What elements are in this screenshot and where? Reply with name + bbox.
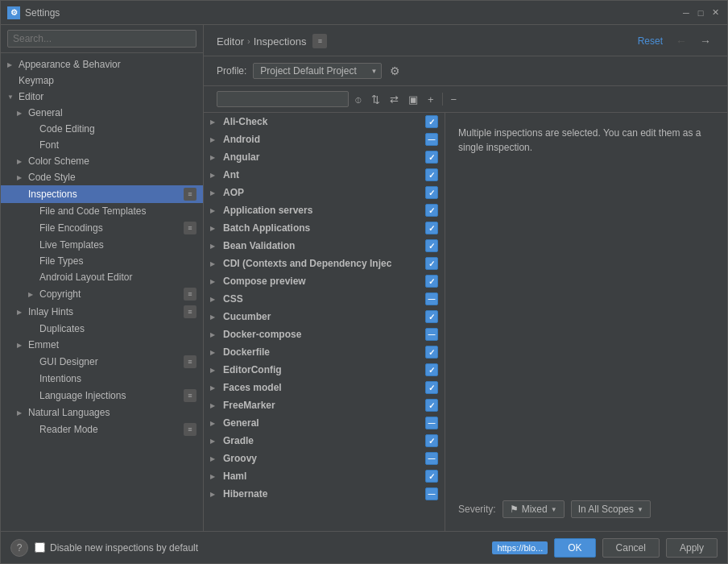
inspection-checkbox[interactable] [425,222,438,234]
inspection-name: CDI (Contexts and Dependency Injec [220,258,425,269]
tree-arrow: ▶ [28,291,39,298]
sidebar-item-appearance[interactable]: ▶Appearance & Behavior [1,56,203,73]
sidebar-item-code-style[interactable]: ▶Code Style [1,169,203,185]
sidebar-item-duplicates[interactable]: Duplicates [1,321,203,337]
expand-all-button[interactable]: ⇅ [368,92,383,107]
inspection-row[interactable]: ▶Groovy [204,450,445,467]
cancel-button[interactable]: Cancel [602,538,660,558]
inspection-checkbox[interactable] [425,434,438,447]
inspection-row[interactable]: ▶Gradle [204,432,445,450]
tree-item-label: Reader Mode [39,424,184,435]
sidebar-item-live-templates[interactable]: Live Templates [1,237,203,253]
disable-inspections-checkbox[interactable] [35,542,45,553]
inspection-checkbox[interactable] [425,186,438,199]
inspection-checkbox[interactable] [425,275,438,288]
inspection-row[interactable]: ▶Batch Applications [204,219,445,237]
sidebar-item-inspections[interactable]: Inspections≡ [1,185,203,203]
inspection-row[interactable]: ▶Ant [204,166,445,184]
maximize-button[interactable]: □ [695,7,706,19]
help-button[interactable]: ? [10,539,28,557]
sidebar-item-copyright[interactable]: ▶Copyright≡ [1,285,203,303]
nav-forward-button[interactable]: → [697,33,714,49]
inspection-checkbox[interactable] [425,292,438,305]
inspection-checkbox[interactable] [425,257,438,270]
add-inspection-button[interactable]: + [424,92,437,107]
profile-select[interactable]: Project Default Project Default [253,63,382,79]
sidebar-item-natural-languages[interactable]: ▶Natural Languages [1,404,203,421]
severity-dropdown[interactable]: ⚑ Mixed ▼ [503,500,565,518]
inspection-row[interactable]: ▶CSS [204,290,445,308]
sidebar-item-code-editing[interactable]: Code Editing [1,121,203,137]
sidebar-item-gui-designer[interactable]: GUI Designer≡ [1,353,203,371]
inspection-row[interactable]: ▶CDI (Contexts and Dependency Injec [204,255,445,272]
sidebar-item-keymap[interactable]: Keymap [1,73,203,89]
inspection-row[interactable]: ▶Compose preview [204,272,445,290]
inspection-checkbox[interactable] [425,470,438,483]
inspection-checkbox[interactable] [425,204,438,217]
sidebar-item-file-encodings[interactable]: File Encodings≡ [1,219,203,237]
inspection-checkbox[interactable] [425,168,438,181]
reset-button[interactable]: Reset [635,34,666,48]
inspection-name: CSS [220,293,425,305]
apply-button[interactable]: Apply [666,538,718,558]
minimize-button[interactable]: ─ [680,7,692,19]
sidebar-item-intentions[interactable]: Intentions [1,371,203,387]
inspection-row[interactable]: ▶General [204,414,445,432]
inspection-checkbox[interactable] [425,363,438,376]
sidebar-item-general[interactable]: ▶General [1,105,203,121]
inspection-row[interactable]: ▶Faces model [204,379,445,396]
disable-inspections-label: Disable new inspections by default [50,542,198,554]
nav-back-button[interactable]: ← [672,33,690,49]
sidebar-item-language-injections[interactable]: Language Injections≡ [1,387,203,404]
scope-dropdown[interactable]: In All Scopes ▼ [571,500,651,518]
sidebar: ▶Appearance & BehaviorKeymap▼Editor▶Gene… [1,25,204,531]
sidebar-item-color-scheme[interactable]: ▶Color Scheme [1,153,203,169]
inspection-row[interactable]: ▶Bean Validation [204,237,445,255]
inspection-row[interactable]: ▶Cucumber [204,308,445,326]
inspection-row[interactable]: ▶Angular [204,148,445,166]
remove-inspection-button[interactable]: − [448,92,461,107]
sidebar-item-inlay-hints[interactable]: ▶Inlay Hints≡ [1,303,203,321]
sidebar-item-file-types[interactable]: File Types [1,253,203,269]
sidebar-item-file-code-templates[interactable]: File and Code Templates [1,203,203,219]
inspection-checkbox[interactable] [425,239,438,252]
inspection-row[interactable]: ▶Android [204,131,445,148]
inspection-row[interactable]: ▶Haml [204,467,445,485]
sidebar-item-editor[interactable]: ▼Editor [1,89,203,105]
sidebar-search-container [1,25,203,53]
inspection-checkbox[interactable] [425,310,438,323]
sidebar-search-input[interactable] [7,30,196,48]
sidebar-item-reader-mode[interactable]: Reader Mode≡ [1,421,203,438]
inspection-row[interactable]: ▶Dockerfile [204,343,445,361]
inspection-row[interactable]: ▶AOP [204,184,445,201]
inspection-row[interactable]: ▶EditorConfig [204,361,445,379]
inspection-checkbox[interactable] [425,133,438,146]
inspection-checkbox[interactable] [425,328,438,341]
inspection-checkbox[interactable] [425,417,438,429]
inspection-checkbox[interactable] [425,487,438,500]
inspection-row[interactable]: ▶Ali-Check [204,113,445,131]
tree-item-badge: ≡ [184,305,196,318]
ok-button[interactable]: OK [554,538,595,558]
inspection-checkbox[interactable] [425,346,438,359]
sidebar-item-android-layout[interactable]: Android Layout Editor [1,269,203,285]
inspection-row[interactable]: ▶Docker-compose [204,326,445,343]
inspection-name: Ant [220,169,425,180]
inspection-checkbox[interactable] [425,452,438,465]
sidebar-item-emmet[interactable]: ▶Emmet [1,337,203,353]
inspections-search-input[interactable] [217,91,349,107]
inspection-row[interactable]: ▶Hibernate [204,485,445,503]
close-button[interactable]: ✕ [709,7,721,19]
inspection-row[interactable]: ▶Application servers [204,201,445,219]
collapse-all-button[interactable]: ⇄ [387,92,402,107]
inspection-arrow: ▶ [210,278,220,285]
profile-gear-button[interactable]: ⚙ [388,63,402,79]
group-button[interactable]: ▣ [405,92,421,107]
sidebar-item-font[interactable]: Font [1,137,203,153]
filter-button[interactable]: ⌽ [352,92,365,107]
inspection-checkbox[interactable] [425,399,438,412]
inspection-checkbox[interactable] [425,115,438,128]
inspection-row[interactable]: ▶FreeMarker [204,396,445,414]
inspection-checkbox[interactable] [425,151,438,164]
inspection-checkbox[interactable] [425,381,438,394]
